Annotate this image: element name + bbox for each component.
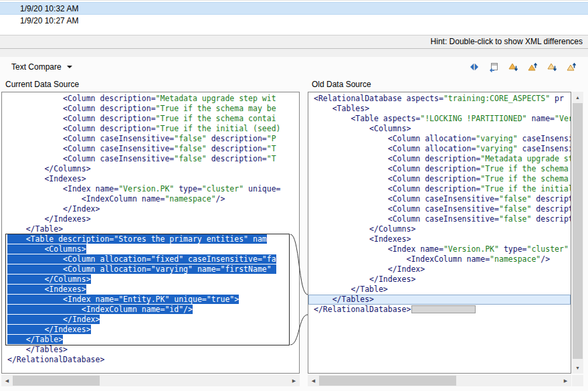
code-line[interactable]: <Column description="True if the schema … bbox=[308, 164, 571, 174]
code-line[interactable]: <Column caseInsensitive="false" descript… bbox=[2, 144, 299, 154]
code-line[interactable]: <Tables> bbox=[308, 104, 571, 114]
left-horizontal-scrollbar-thumb[interactable] bbox=[13, 376, 100, 386]
right-pane-title: Old Data Source bbox=[306, 80, 371, 89]
code-line[interactable]: <IndexColumn name="id"/> bbox=[2, 305, 299, 315]
next-change-button[interactable] bbox=[545, 60, 559, 74]
code-line[interactable]: <Column description="Metadata upgrade st… bbox=[308, 154, 571, 164]
code-line[interactable]: <Column description="True if the initial… bbox=[2, 124, 299, 134]
code-line[interactable]: <Indexes> bbox=[2, 174, 299, 184]
code-line[interactable]: </Index> bbox=[308, 264, 571, 275]
code-line[interactable]: </RelationalDatabase> bbox=[2, 355, 299, 365]
code-line[interactable]: <Column allocation="varying" name="first… bbox=[2, 264, 299, 275]
chevron-down-icon bbox=[67, 66, 72, 68]
code-line[interactable]: <RelationalDatabase aspects="training:CO… bbox=[308, 94, 571, 104]
compare-panes: <Column description="Metadata upgrade st… bbox=[0, 92, 588, 374]
history-list: 1/9/20 10:32 AM 1/9/20 10:27 AM bbox=[0, 0, 588, 35]
compare-toolbar: Text Compare bbox=[0, 57, 588, 77]
bottom-scrollbar-row: ◀ ▶ ◀ ▶ bbox=[0, 375, 588, 386]
compare-mode-selector[interactable]: Text Compare bbox=[4, 59, 80, 75]
previous-change-button[interactable] bbox=[564, 60, 579, 74]
pane-headers: Current Data Source Old Data Source bbox=[0, 77, 588, 92]
scroll-up-button[interactable]: ▲ bbox=[572, 92, 583, 103]
history-timestamp: 1/9/20 10:27 AM bbox=[20, 16, 78, 25]
code-line[interactable]: </Indexes> bbox=[308, 275, 571, 285]
previous-change-icon bbox=[566, 62, 577, 72]
code-line[interactable]: <Column caseInsensitive="false" descript… bbox=[308, 214, 571, 224]
code-line[interactable]: <Table description="Stores the primary e… bbox=[2, 234, 299, 244]
right-horizontal-scrollbar[interactable]: ◀ ▶ bbox=[308, 375, 571, 386]
next-difference-button[interactable] bbox=[506, 60, 520, 74]
toolbar-icons bbox=[467, 60, 584, 74]
compare-mode-label: Text Compare bbox=[11, 62, 62, 72]
code-line[interactable]: </Index> bbox=[2, 315, 299, 325]
right-compare-pane[interactable]: <RelationalDatabase aspects="training:CO… bbox=[308, 92, 571, 374]
code-line[interactable]: <Table aspects="!LOCKING !PARTITIONED" n… bbox=[308, 114, 571, 124]
copy-all-changes-icon bbox=[488, 62, 499, 72]
code-line[interactable]: </Table> bbox=[2, 224, 299, 234]
code-line[interactable]: <Columns> bbox=[2, 244, 299, 254]
code-line[interactable]: <Column description="Metadata upgrade st… bbox=[2, 94, 299, 104]
code-line[interactable]: </Columns> bbox=[2, 164, 299, 174]
code-line[interactable]: <Column caseInsensitive="false" descript… bbox=[2, 134, 299, 144]
code-line[interactable]: </Table> bbox=[2, 335, 299, 345]
scroll-down-button[interactable]: ▼ bbox=[572, 362, 583, 374]
scroll-left-button[interactable]: ◀ bbox=[308, 375, 319, 386]
code-line[interactable]: <Index name="Entity.PK" unique="true"> bbox=[2, 295, 299, 305]
code-line[interactable]: </Index> bbox=[2, 204, 299, 214]
code-line[interactable]: <Indexes> bbox=[308, 234, 571, 244]
scroll-left-button[interactable]: ◀ bbox=[1, 375, 13, 386]
copy-all-changes-button[interactable] bbox=[486, 60, 501, 74]
history-timestamp: 1/9/20 10:32 AM bbox=[20, 4, 78, 13]
code-line[interactable]: </RelationalDatabase> bbox=[308, 305, 571, 315]
empty-change-placeholder bbox=[411, 305, 476, 313]
vertical-scrollbar-thumb[interactable] bbox=[573, 103, 583, 359]
code-line[interactable]: <Column caseInsensitive="false" descript… bbox=[308, 204, 571, 214]
next-difference-icon bbox=[508, 62, 518, 72]
code-line[interactable]: <Column caseInsensitive="false" descript… bbox=[308, 194, 571, 204]
code-line[interactable]: <IndexColumn name="namespace"/> bbox=[308, 254, 571, 264]
code-line[interactable]: </Indexes> bbox=[2, 325, 299, 335]
hint-bar: Hint: Double-click to show XML differenc… bbox=[0, 35, 588, 49]
code-line[interactable]: <Column allocation="varying" caseInsensi… bbox=[308, 134, 571, 144]
hint-text: Hint: Double-click to show XML differenc… bbox=[431, 37, 583, 46]
code-line[interactable]: <IndexColumn name="namespace"/> bbox=[2, 194, 299, 204]
code-line[interactable]: <Column description="True if the initial… bbox=[308, 184, 571, 194]
code-line[interactable]: <Column allocation="varying" caseInsensi… bbox=[308, 144, 571, 154]
previous-difference-icon bbox=[527, 62, 538, 72]
code-line[interactable]: <Index name="Version.PK" type="cluster" … bbox=[308, 244, 571, 254]
code-line[interactable]: </Indexes> bbox=[2, 214, 299, 224]
previous-difference-button[interactable] bbox=[525, 60, 540, 74]
code-line[interactable]: </Table> bbox=[308, 285, 571, 295]
code-line[interactable]: </Columns> bbox=[2, 275, 299, 285]
left-pane-title: Current Data Source bbox=[0, 80, 306, 89]
next-change-icon bbox=[547, 62, 557, 72]
code-line[interactable]: <Column caseInsensitive="false" descript… bbox=[2, 154, 299, 164]
swap-left-right-icon bbox=[469, 62, 480, 72]
history-item[interactable]: 1/9/20 10:27 AM bbox=[0, 15, 588, 27]
left-compare-pane[interactable]: <Column description="Metadata upgrade st… bbox=[1, 92, 300, 374]
code-line[interactable]: <Index name="Version.PK" type="cluster" … bbox=[2, 184, 299, 194]
swap-left-right-button[interactable] bbox=[467, 60, 482, 74]
scroll-right-button[interactable]: ▶ bbox=[560, 375, 571, 386]
code-line[interactable]: <Indexes> bbox=[2, 285, 299, 295]
code-line[interactable]: <Columns> bbox=[308, 124, 571, 134]
code-line[interactable]: </Columns> bbox=[308, 224, 571, 234]
compare-panel: Text Compare bbox=[0, 57, 588, 391]
scroll-right-button[interactable]: ▶ bbox=[288, 375, 300, 386]
code-line[interactable]: </Tables> bbox=[308, 295, 571, 305]
history-item[interactable]: 1/9/20 10:32 AM bbox=[0, 2, 588, 15]
code-line[interactable]: <Column allocation="fixed" caseInsensiti… bbox=[2, 254, 299, 264]
left-horizontal-scrollbar[interactable]: ◀ ▶ bbox=[1, 375, 300, 386]
code-line[interactable]: <Column description="True if the schema … bbox=[308, 174, 571, 184]
code-line[interactable]: <Column description="True if the schema … bbox=[2, 104, 299, 114]
scrollbar-corner bbox=[572, 375, 583, 386]
code-line[interactable]: </Tables> bbox=[2, 345, 299, 355]
right-horizontal-scrollbar-thumb[interactable] bbox=[319, 376, 456, 386]
code-line[interactable]: <Column description="True if the schema … bbox=[2, 114, 299, 124]
vertical-scrollbar[interactable]: ▲ ▼ bbox=[572, 92, 583, 374]
